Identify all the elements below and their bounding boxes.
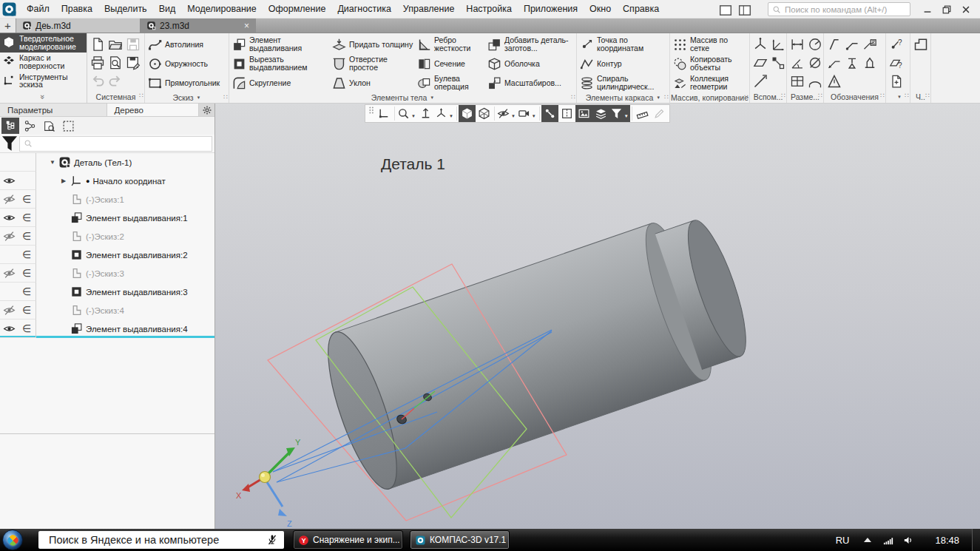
mode-mode-solid[interactable]: Твердотельное моделирование — [0, 33, 87, 53]
viewport-button-filter-funnel[interactable]: ▼ — [609, 105, 630, 122]
viewport-button-quick-image[interactable] — [575, 105, 592, 122]
viewport-button-scene-camera[interactable]: ▼ — [517, 105, 538, 122]
menu-item-2[interactable]: Правка — [55, 1, 98, 16]
eye-off-icon[interactable] — [0, 227, 18, 246]
ribbon-button-new-document[interactable] — [89, 35, 107, 53]
eye-off-icon[interactable] — [0, 190, 18, 209]
menu-item-9[interactable]: Настройка — [460, 1, 518, 16]
taskbar-task-yandex[interactable]: YСнаряжение и экип... — [293, 530, 403, 550]
viewport-button-sketch-mode[interactable] — [376, 105, 393, 122]
tree-search-input[interactable] — [19, 136, 212, 152]
viewport-button-pan[interactable] — [417, 105, 434, 122]
ribbon-button-print[interactable] — [89, 53, 107, 72]
menu-item-6[interactable]: Оформление — [263, 1, 332, 16]
document-tab-1[interactable]: Деь.m3d — [16, 18, 141, 33]
close-button[interactable] — [956, 1, 976, 18]
toolbar-grip-icon[interactable] — [367, 105, 376, 122]
menu-item-4[interactable]: Вид — [153, 1, 182, 16]
menu-item-8[interactable]: Управление — [397, 1, 461, 16]
viewport-button-snaps[interactable] — [541, 105, 558, 122]
tree-row[interactable]: ∈(-)Эскиз:2 — [0, 227, 214, 246]
ribbon-button-aux-axes[interactable] — [751, 35, 769, 53]
restore-button[interactable] — [937, 1, 956, 18]
group-grip-icon[interactable]: ∷ — [744, 93, 748, 101]
eye-icon[interactable] — [0, 320, 18, 338]
tree-tool-tree-structure[interactable] — [1, 118, 19, 134]
menu-item-5[interactable]: Моделирование — [181, 1, 263, 16]
ribbon-button-fillet[interactable]: Скругление — [231, 73, 331, 92]
menu-item-10[interactable]: Приложения — [518, 1, 584, 16]
ribbon-button-dim-diameter[interactable] — [806, 53, 824, 72]
app-logo-icon[interactable] — [2, 2, 16, 16]
tree-row[interactable]: ∈Элемент выдавливания:4 — [0, 320, 214, 338]
menu-item-1[interactable]: Файл — [21, 1, 55, 16]
ribbon-button-point-query[interactable]: ? — [888, 35, 905, 53]
ribbon-button-dim-radial[interactable] — [806, 35, 824, 53]
tab-close-icon[interactable]: × — [237, 21, 249, 31]
tree-tool-select-area[interactable] — [59, 118, 77, 134]
tree-row[interactable]: ∈Элемент выдавливания:2 — [0, 246, 214, 264]
ribbon-button-aux-plane[interactable] — [751, 53, 769, 72]
chevron-down-icon[interactable]: ▼ — [624, 114, 629, 118]
tree-tool-search-in-tree[interactable] — [40, 118, 58, 134]
ribbon-button-control-point[interactable] — [769, 53, 787, 72]
ribbon-button-marked-leader[interactable] — [825, 53, 843, 72]
speaker-icon[interactable] — [903, 535, 914, 546]
collapse-ribbon-button[interactable]: » — [0, 90, 87, 103]
ribbon-button-aux-axis[interactable] — [751, 72, 769, 90]
ribbon-button-view-arrow[interactable] — [861, 53, 879, 72]
viewport-button-zoom[interactable]: ▼ — [396, 105, 417, 122]
eye-off-icon[interactable] — [0, 264, 18, 283]
tree-row[interactable]: ▼Деталь (Тел-1) — [0, 153, 214, 172]
ribbon-button-save[interactable] — [124, 35, 142, 53]
viewport-button-wireframe-view[interactable] — [476, 105, 493, 122]
ribbon-button-extrude[interactable]: Элемент выдавливания — [231, 35, 331, 54]
eye-icon[interactable] — [0, 172, 18, 190]
group-grip-icon[interactable]: ∷ — [880, 92, 884, 99]
chevron-down-icon[interactable]: ▼ — [656, 95, 660, 100]
ribbon-button-designation-e[interactable] — [861, 35, 879, 53]
ribbon-button-geometry-collection[interactable]: Коллекция геометрии — [672, 73, 748, 92]
ribbon-button-local-cs[interactable] — [769, 35, 787, 53]
group-grip-icon[interactable]: ∷ — [571, 93, 575, 101]
menu-item-11[interactable]: Окно — [584, 1, 617, 16]
group-grip-icon[interactable]: ∷ — [818, 92, 822, 99]
show-desktop-button[interactable] — [972, 529, 980, 551]
tree-row[interactable]: ∈(-)Эскиз:1 — [0, 190, 214, 209]
3d-viewport[interactable]: X Y Z Деталь 1 ▼▼▼▼▼ — [215, 104, 980, 529]
ribbon-button-add-part[interactable]: Добавить деталь-заготов... — [486, 35, 578, 54]
tree-row[interactable]: ∈Элемент выдавливания:3 — [0, 283, 214, 301]
viewport-button-shaded-view[interactable] — [459, 105, 476, 122]
taskbar-search-box[interactable]: Поиск в Яндексе и на компьютере — [38, 531, 284, 549]
menu-item-3[interactable]: Выделить — [98, 1, 153, 16]
ribbon-button-conical-mark[interactable] — [825, 72, 843, 90]
ribbon-button-spiral[interactable]: Спираль цилиндрическ... — [578, 73, 668, 92]
chevron-down-icon[interactable]: ▼ — [449, 114, 453, 118]
ribbon-button-open-document[interactable] — [107, 35, 124, 53]
group-grip-icon[interactable]: ∷ — [925, 92, 929, 99]
group-grip-icon[interactable]: ∷ — [223, 93, 227, 101]
tree-row[interactable]: ∈Элемент выдавливания:1 — [0, 209, 214, 227]
hidden-icons-caret[interactable] — [864, 538, 871, 542]
ribbon-button-leader[interactable] — [843, 35, 861, 53]
ribbon-button-hole[interactable]: Отверстие простое — [331, 54, 416, 73]
ribbon-button-thicken[interactable]: Придать толщину — [331, 35, 416, 54]
tree-row[interactable]: ∈(-)Эскиз:4 — [0, 301, 214, 320]
eye-off-icon[interactable] — [0, 301, 18, 320]
menu-item-7[interactable]: Диагностика — [331, 1, 396, 16]
language-indicator[interactable]: RU — [836, 535, 850, 546]
microphone-off-icon[interactable] — [266, 534, 278, 546]
ribbon-button-save-all[interactable] — [124, 53, 142, 72]
chevron-down-icon[interactable]: ▼ — [532, 114, 536, 118]
tree-expander-icon[interactable]: ▶ — [61, 178, 70, 184]
ribbon-button-section[interactable]: Сечение — [416, 54, 486, 73]
document-tab-2[interactable]: 23.m3d× — [141, 18, 256, 33]
ribbon-button-point[interactable]: Точка по координатам — [578, 35, 668, 54]
tree-expander-icon[interactable]: ▼ — [50, 159, 58, 166]
menu-item-12[interactable]: Справка — [617, 1, 665, 16]
mode-mode-surface[interactable]: Каркас и поверхности — [0, 53, 87, 72]
ribbon-button-dim-table[interactable] — [788, 72, 806, 90]
cylinder-part[interactable] — [314, 204, 760, 496]
viewport-button-measure[interactable] — [634, 105, 651, 122]
ribbon-button-base-designation[interactable] — [843, 53, 861, 72]
